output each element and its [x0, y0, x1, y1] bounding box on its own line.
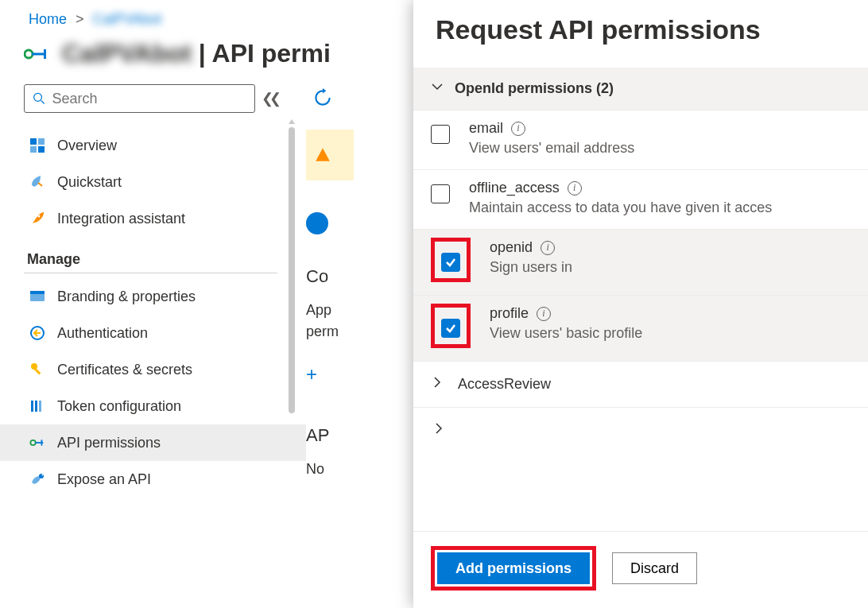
add-permission-link[interactable]: +: [306, 363, 354, 385]
perm-desc: View users' email address: [469, 140, 851, 157]
authentication-icon: [29, 324, 46, 342]
configured-permissions-heading: Co: [306, 266, 354, 287]
perm-name: openid: [490, 239, 533, 256]
nav-label: Certificates & secrets: [57, 362, 192, 378]
permission-row-offline-access[interactable]: offline_accessi Maintain access to data …: [413, 169, 868, 229]
svg-point-22: [42, 474, 44, 476]
overview-icon: [29, 137, 46, 154]
breadcrumb-home[interactable]: Home: [29, 11, 67, 27]
info-icon[interactable]: i: [541, 241, 555, 255]
svg-rect-16: [35, 401, 37, 412]
add-permissions-button[interactable]: Add permissions: [437, 552, 590, 584]
nav-certificates[interactable]: Certificates & secrets: [24, 351, 277, 388]
highlight-box: Add permissions: [431, 546, 596, 591]
permission-row-email[interactable]: emaili View users' email address: [413, 110, 868, 169]
highlight-box: [431, 238, 471, 282]
api-permissions-icon: [29, 434, 46, 451]
search-input[interactable]: [52, 91, 246, 107]
checkbox-offline-access[interactable]: [431, 184, 450, 203]
nav-authentication[interactable]: Authentication: [24, 315, 277, 351]
svg-rect-6: [38, 138, 45, 145]
nav-token-configuration[interactable]: Token configuration: [24, 388, 277, 424]
nav-label: Quickstart: [57, 174, 122, 191]
svg-rect-14: [34, 368, 41, 374]
search-input-wrapper[interactable]: [24, 84, 255, 113]
plus-icon: +: [306, 363, 317, 385]
info-icon[interactable]: i: [511, 122, 525, 136]
request-api-permissions-panel: Request API permissions OpenId permissio…: [413, 0, 868, 608]
chevron-right-icon: [431, 376, 444, 393]
highlight-box: [431, 304, 471, 348]
checkbox-profile[interactable]: [441, 319, 460, 338]
perm-desc: View users' basic profile: [490, 325, 851, 342]
other-section-heading: AP: [306, 425, 354, 446]
group-accessreview[interactable]: AccessReview: [413, 361, 868, 407]
discard-button[interactable]: Discard: [612, 552, 697, 584]
collapse-sidebar-button[interactable]: ❮❮: [262, 90, 277, 107]
warning-icon: [314, 146, 331, 164]
panel-title: Request API permissions: [413, 0, 868, 68]
svg-point-3: [34, 93, 42, 101]
nav-overview[interactable]: Overview: [24, 127, 277, 164]
key-icon: [29, 361, 46, 378]
breadcrumb-app[interactable]: CalPVAbot: [93, 11, 162, 27]
info-icon: [306, 212, 328, 234]
perm-name: email: [469, 120, 503, 137]
svg-rect-7: [30, 146, 37, 153]
svg-rect-2: [44, 49, 46, 59]
perm-name: offline_access: [469, 180, 560, 196]
svg-rect-17: [39, 401, 41, 412]
svg-rect-15: [31, 401, 33, 412]
svg-point-0: [25, 50, 33, 58]
token-icon: [29, 397, 46, 415]
info-icon[interactable]: i: [537, 307, 551, 321]
checkbox-email[interactable]: [431, 125, 450, 144]
svg-point-18: [30, 440, 35, 445]
nav-label: Expose an API: [57, 471, 151, 488]
nav-label: Integration assistant: [57, 211, 185, 227]
section-manage-label: Manage: [27, 251, 277, 268]
perm-desc: Sign users in: [490, 259, 851, 276]
nav-quickstart[interactable]: Quickstart: [24, 164, 277, 200]
branding-icon: [29, 288, 46, 305]
group-collapsed-more[interactable]: [413, 407, 868, 442]
svg-point-13: [31, 363, 37, 370]
svg-line-4: [41, 100, 45, 103]
openid-permissions-group-header[interactable]: OpenId permissions (2): [413, 68, 868, 110]
permission-row-profile[interactable]: profilei View users' basic profile: [413, 295, 868, 361]
quickstart-icon: [29, 173, 46, 191]
warning-banner: [306, 130, 354, 180]
search-icon: [33, 91, 45, 106]
rocket-icon: [29, 210, 46, 227]
chevron-down-icon: [431, 80, 444, 97]
other-section-text: No: [306, 459, 354, 480]
perm-name: profile: [490, 305, 529, 322]
nav-label: API permissions: [57, 435, 161, 451]
info-icon[interactable]: i: [568, 181, 582, 196]
nav-branding[interactable]: Branding & properties: [24, 278, 277, 315]
nav-api-permissions[interactable]: API permissions: [0, 424, 306, 461]
nav-label: Token configuration: [57, 398, 181, 415]
nav-label: Branding & properties: [57, 289, 196, 305]
svg-rect-20: [41, 440, 43, 445]
nav-integration-assistant[interactable]: Integration assistant: [24, 200, 277, 237]
chevron-right-icon: [432, 422, 445, 439]
nav-expose-api[interactable]: Expose an API: [24, 461, 277, 498]
svg-rect-8: [38, 146, 45, 153]
perm-desc: Maintain access to data you have given i…: [469, 199, 851, 216]
info-banner: [306, 212, 354, 234]
svg-rect-11: [30, 291, 45, 294]
nav-label: Overview: [57, 137, 117, 154]
checkbox-openid[interactable]: [441, 253, 460, 272]
breadcrumb-separator: >: [76, 11, 84, 27]
configured-permissions-text: Appperm: [306, 300, 354, 343]
svg-point-9: [38, 215, 41, 218]
divider: [24, 273, 277, 273]
group-label: AccessReview: [458, 376, 551, 393]
nav-label: Authentication: [57, 325, 148, 342]
page-title: CalPVAbot | API permi: [62, 39, 331, 68]
refresh-icon[interactable]: [312, 98, 333, 110]
app-registration-icon: [24, 41, 51, 68]
permission-row-openid[interactable]: openidi Sign users in: [413, 229, 868, 295]
svg-rect-5: [30, 138, 37, 145]
